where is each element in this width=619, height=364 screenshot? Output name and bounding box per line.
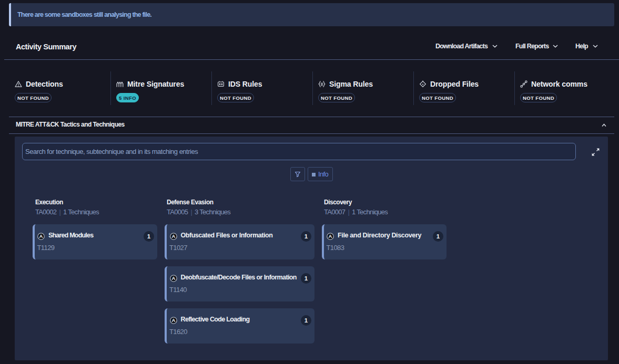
svg-text:A: A — [171, 233, 175, 239]
svg-text:A: A — [171, 275, 175, 281]
svg-text:A: A — [171, 317, 175, 323]
svg-text:A: A — [39, 233, 43, 239]
svg-text:A: A — [329, 233, 332, 239]
